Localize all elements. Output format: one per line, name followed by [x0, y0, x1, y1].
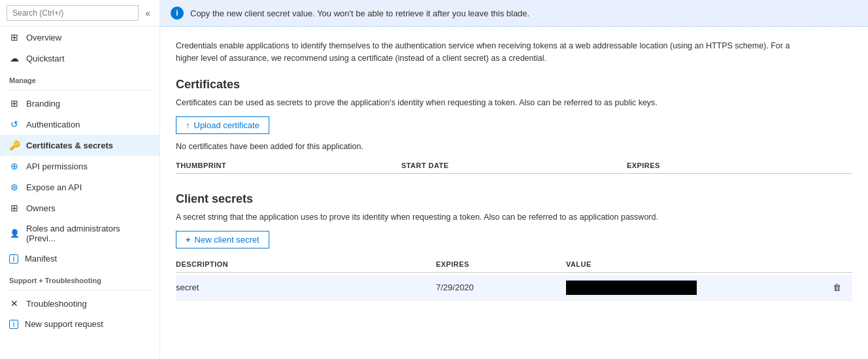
no-certs-text: No certificates have been added for this…: [176, 142, 852, 151]
authentication-icon: ↺: [9, 119, 20, 129]
sidebar-item-roles-admins[interactable]: 👤 Roles and administrators (Previ...: [0, 218, 159, 248]
certificates-section-title: Certificates: [176, 78, 852, 92]
sidebar-search-container: «: [0, 0, 159, 27]
certs-col-expires: Expires: [627, 162, 852, 169]
roles-icon: 👤: [9, 228, 20, 239]
collapse-icon[interactable]: «: [142, 5, 153, 21]
certificates-table: Thumbprint Start Date Expires: [176, 158, 852, 174]
client-secrets-title: Client secrets: [176, 192, 852, 206]
secret-row-0: secret 7/29/2020 🗑: [176, 275, 852, 301]
manage-section-label: Manage: [0, 69, 159, 87]
sidebar-item-manifest[interactable]: i Manifest: [0, 248, 159, 269]
main-content: i Copy the new client secret value. You …: [160, 0, 868, 359]
secret-expires: 7/29/2020: [436, 282, 566, 292]
secrets-col-actions: [826, 260, 852, 268]
secrets-table: Description Expires Value secret 7/29/20…: [176, 256, 852, 301]
manifest-icon: i: [9, 254, 18, 264]
sidebar-item-branding[interactable]: ⊞ Branding: [0, 93, 159, 114]
overview-icon: ⊞: [9, 32, 20, 43]
client-secrets-section: Client secrets A secret string that the …: [176, 192, 852, 301]
upload-icon: ↑: [186, 120, 190, 130]
banner-text: Copy the new client secret value. You wo…: [190, 9, 529, 18]
sidebar-item-expose-api[interactable]: ⊛ Expose an API: [0, 177, 159, 197]
info-banner: i Copy the new client secret value. You …: [160, 0, 868, 27]
certificates-desc: Certificates can be used as secrets to p…: [176, 98, 852, 107]
sidebar-item-authentication[interactable]: ↺ Authentication: [0, 114, 159, 135]
certs-col-thumbprint: Thumbprint: [176, 162, 401, 169]
secret-value-box: [566, 281, 697, 295]
support-divider: [9, 290, 150, 290]
secrets-col-expires: Expires: [436, 260, 566, 268]
manage-divider: [9, 90, 150, 90]
new-client-secret-button[interactable]: + New client secret: [176, 231, 269, 248]
intro-text: Credentials enable applications to ident…: [176, 40, 803, 65]
sidebar-item-quickstart[interactable]: ☁ Quickstart: [0, 48, 159, 69]
owners-icon: ⊞: [9, 203, 20, 213]
new-secret-label: New client secret: [195, 235, 259, 245]
sidebar: « ⊞ Overview ☁ Quickstart Manage ⊞ Brand…: [0, 0, 160, 359]
certs-col-startdate: Start Date: [401, 162, 627, 169]
secret-value-cell: [566, 281, 826, 295]
delete-secret-icon[interactable]: 🗑: [826, 282, 852, 292]
sidebar-item-overview[interactable]: ⊞ Overview: [0, 27, 159, 48]
certs-header-row: Thumbprint Start Date Expires: [176, 158, 852, 174]
troubleshooting-icon: ✕: [9, 298, 20, 309]
info-icon: i: [171, 7, 184, 20]
upload-certificate-label: Upload certificate: [194, 120, 259, 130]
sidebar-item-api-permissions[interactable]: ⊕ API permissions: [0, 156, 159, 177]
secrets-col-description: Description: [176, 260, 436, 268]
new-support-icon: i: [9, 320, 18, 329]
content-area: Credentials enable applications to ident…: [160, 27, 868, 314]
sidebar-item-owners[interactable]: ⊞ Owners: [0, 197, 159, 218]
secret-description: secret: [176, 282, 436, 292]
support-section-label: Support + Troubleshooting: [0, 269, 159, 287]
expose-api-icon: ⊛: [9, 182, 20, 192]
certificates-icon: 🔑: [9, 140, 20, 150]
sidebar-item-troubleshooting[interactable]: ✕ Troubleshooting: [0, 293, 159, 314]
api-permissions-icon: ⊕: [9, 161, 20, 171]
sidebar-item-certificates-secrets[interactable]: 🔑 Certificates & secrets: [0, 135, 159, 156]
branding-icon: ⊞: [9, 98, 20, 109]
search-input[interactable]: [7, 5, 139, 21]
new-secret-plus-icon: +: [186, 235, 191, 245]
client-secrets-desc: A secret string that the application use…: [176, 213, 852, 222]
quickstart-icon: ☁: [9, 53, 20, 63]
upload-certificate-button[interactable]: ↑ Upload certificate: [176, 116, 269, 134]
secrets-header-row: Description Expires Value: [176, 256, 852, 273]
sidebar-item-new-support[interactable]: i New support request: [0, 314, 159, 334]
secrets-col-value: Value: [566, 260, 826, 268]
